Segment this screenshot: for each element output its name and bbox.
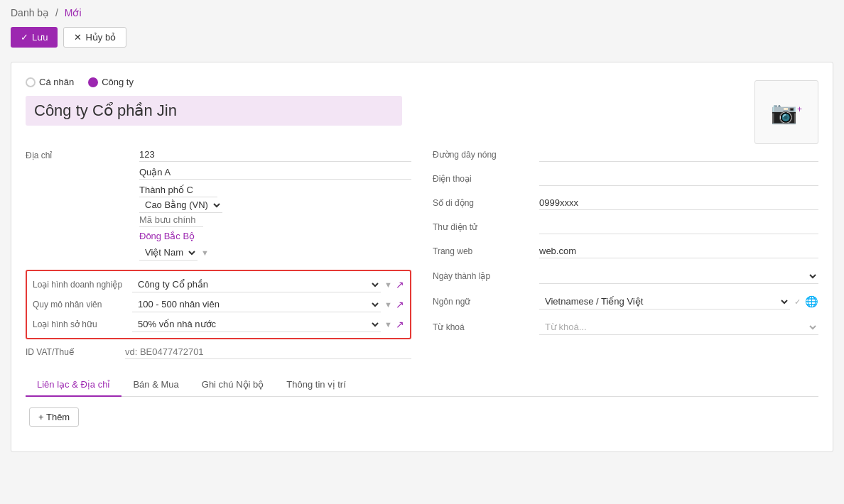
keyword-row: Từ khoá Từ khoá...: [433, 319, 818, 335]
business-size-value-area: 100 - 500 nhân viên ▼ ↗: [132, 297, 404, 312]
breadcrumb-separator: /: [55, 7, 58, 18]
business-type-value-area: Công ty Cổ phần ▼ ↗: [132, 277, 404, 292]
company-name-input[interactable]: [26, 96, 402, 126]
tab-sales[interactable]: Bán & Mua: [121, 373, 190, 397]
email-input[interactable]: [539, 220, 818, 234]
business-ownership-external-link-icon[interactable]: ↗: [396, 319, 404, 330]
tab-location[interactable]: Thông tin vị trí: [275, 373, 357, 397]
vat-input[interactable]: [125, 345, 411, 359]
business-type-select[interactable]: Công ty Cổ phần: [132, 277, 381, 292]
email-row: Thư điện tử: [433, 220, 818, 234]
type-selector: Cá nhân Công ty: [26, 77, 726, 87]
address-label: Địa chỉ: [26, 148, 139, 160]
language-globe-icon[interactable]: 🌐: [805, 295, 818, 308]
hotline-label: Đường dây nóng: [433, 150, 539, 160]
header-area: Cá nhân Công ty 📷+: [26, 77, 818, 144]
address-city-input[interactable]: [139, 183, 217, 197]
save-label: Lưu: [32, 32, 48, 43]
tab-notes[interactable]: Ghi chú Nội bộ: [190, 373, 276, 397]
business-type-external-link-icon[interactable]: ↗: [396, 279, 404, 290]
language-label: Ngôn ngữ: [433, 297, 539, 307]
business-size-chevron: ▼: [384, 300, 392, 309]
right-form: Đường dây nóng Điện thoại Số di động: [433, 148, 818, 339]
toolbar: ✓ Lưu ✕ Hủy bỏ: [0, 23, 844, 55]
vat-label: ID VAT/Thuế: [26, 347, 125, 357]
hotline-input[interactable]: [539, 148, 818, 162]
phone-row: Điện thoại: [433, 172, 818, 186]
address-region-line: Đông Bắc Bộ: [139, 231, 411, 241]
phone-input[interactable]: [539, 172, 818, 186]
photo-box[interactable]: 📷+: [754, 80, 818, 144]
province-select[interactable]: Cao Bằng (VN): [139, 197, 222, 213]
business-type-chevron: ▼: [384, 280, 392, 289]
mobile-input[interactable]: [539, 196, 818, 210]
save-icon: ✓: [21, 32, 28, 43]
language-row: Ngôn ngữ Vietnamese / Tiếng Việt ✓ 🌐: [433, 294, 818, 309]
phone-value: [539, 172, 818, 186]
tab-location-label: Thông tin vị trí: [286, 379, 345, 390]
founded-row: Ngày thành lập: [433, 268, 818, 284]
region-link[interactable]: Đông Bắc Bộ: [139, 231, 195, 241]
keyword-select[interactable]: Từ khoá...: [539, 319, 818, 335]
phone-label: Điện thoại: [433, 174, 539, 184]
header-left: Cá nhân Công ty: [26, 77, 726, 136]
province-select-area: Cao Bằng (VN): [139, 197, 411, 213]
keyword-value: Từ khoá...: [539, 319, 818, 335]
business-ownership-value-area: 50% vốn nhà nước ▼ ↗: [132, 317, 404, 332]
camera-icon: 📷+: [771, 100, 802, 125]
add-button[interactable]: + Thêm: [29, 407, 79, 427]
tabs-bar: Liên lạc & Địa chỉ Bán & Mua Ghi chú Nội…: [26, 373, 818, 397]
left-form-col: Địa chỉ Cao Bằng (VN): [26, 148, 411, 359]
business-type-row: Loại hình doanh nghiệp Công ty Cổ phần ▼…: [33, 277, 404, 292]
tab-content: + Thêm: [26, 397, 818, 437]
mobile-label: Số di động: [433, 198, 539, 208]
business-size-select[interactable]: 100 - 500 nhân viên: [132, 297, 381, 312]
vat-row: ID VAT/Thuế: [26, 345, 411, 359]
address-value: Cao Bằng (VN) Đông Bắc Bộ Việt Nam: [139, 148, 411, 264]
business-size-external-link-icon[interactable]: ↗: [396, 299, 404, 310]
type-company[interactable]: Công ty: [88, 77, 134, 87]
website-input[interactable]: [539, 244, 818, 258]
business-ownership-label: Loại hình sở hữu: [33, 319, 132, 329]
keyword-label: Từ khoá: [433, 322, 539, 332]
address-country-line: Việt Nam ▼: [139, 245, 411, 261]
address-district-input[interactable]: [139, 165, 411, 180]
website-value: [539, 244, 818, 258]
website-row: Trang web: [433, 244, 818, 258]
tab-contact[interactable]: Liên lạc & Địa chỉ: [26, 373, 121, 397]
radio-individual: [26, 77, 36, 87]
address-district-line: [139, 165, 411, 180]
founded-label: Ngày thành lập: [433, 271, 539, 281]
type-individual[interactable]: Cá nhân: [26, 77, 74, 87]
business-size-row: Quy mô nhân viên 100 - 500 nhân viên ▼ ↗: [33, 297, 404, 312]
cancel-button[interactable]: ✕ Hủy bỏ: [63, 27, 126, 48]
hotline-value: [539, 148, 818, 162]
country-row: Việt Nam ▼: [139, 245, 411, 261]
breadcrumb-parent[interactable]: Danh bạ: [11, 7, 49, 18]
two-col-form: Địa chỉ Cao Bằng (VN): [26, 148, 818, 359]
right-form-col: Đường dây nóng Điện thoại Số di động: [433, 148, 818, 359]
business-type-label: Loại hình doanh nghiệp: [33, 280, 132, 290]
tab-contact-label: Liên lạc & Địa chỉ: [37, 379, 110, 390]
tab-sales-label: Bán & Mua: [133, 379, 178, 390]
type-individual-label: Cá nhân: [39, 77, 74, 87]
mobile-row: Số di động: [433, 196, 818, 210]
founded-select[interactable]: [539, 268, 818, 284]
address-street-line: [139, 148, 411, 162]
type-company-label: Công ty: [102, 77, 134, 87]
language-select[interactable]: Vietnamese / Tiếng Việt: [539, 294, 790, 309]
business-ownership-chevron: ▼: [384, 320, 392, 329]
email-value: [539, 220, 818, 234]
country-select[interactable]: Việt Nam: [139, 245, 198, 261]
business-ownership-select[interactable]: 50% vốn nhà nước: [132, 317, 381, 332]
lang-row: Vietnamese / Tiếng Việt ✓ 🌐: [539, 294, 818, 309]
business-section: Loại hình doanh nghiệp Công ty Cổ phần ▼…: [26, 270, 411, 339]
tab-notes-label: Ghi chú Nội bộ: [202, 379, 264, 390]
address-row: Địa chỉ Cao Bằng (VN): [26, 148, 411, 264]
address-street-input[interactable]: [139, 148, 411, 162]
cancel-icon: ✕: [74, 32, 82, 43]
business-size-label: Quy mô nhân viên: [33, 300, 132, 309]
website-label: Trang web: [433, 246, 539, 256]
zip-input[interactable]: [139, 213, 203, 227]
save-button[interactable]: ✓ Lưu: [11, 27, 58, 48]
